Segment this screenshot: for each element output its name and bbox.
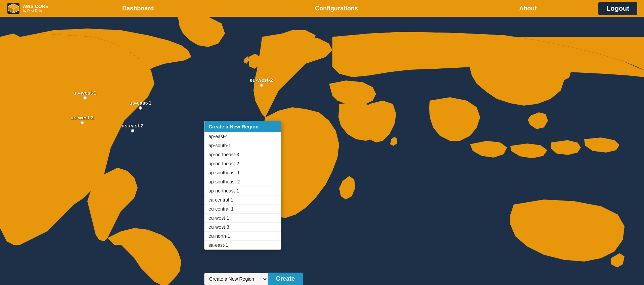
nav-links: Dashboard Configurations About — [60, 5, 598, 12]
logo-text: AWS CORE by Davi Reis — [23, 4, 48, 13]
dropdown-item[interactable]: eu-north-1 — [204, 232, 281, 241]
dropdown-item[interactable]: eu-central-1 — [204, 205, 281, 214]
aws-logo-icon — [7, 2, 20, 14]
dropdown-item[interactable]: ca-central-1 — [204, 195, 281, 205]
region-label-us-east-2: us-east-2 — [122, 123, 144, 128]
region-label-us-west-2: us-west-2 — [71, 115, 94, 120]
dropdown-item[interactable]: ap-south-1 — [204, 141, 281, 150]
region-marker-us-west-2: us-west-2 — [71, 115, 94, 124]
region-label-us-east-1: us-east-1 — [129, 100, 151, 106]
region-dot-us-east-2 — [131, 129, 134, 132]
dropdown-item[interactable]: ap-southeast-1 — [204, 168, 281, 177]
world-map — [0, 17, 644, 285]
logo-subtitle: by Davi Reis — [23, 9, 48, 13]
region-marker-us-east-2: us-east-2 — [122, 123, 144, 132]
navbar: AWS CORE by Davi Reis Dashboard Configur… — [0, 0, 644, 17]
dropdown-item[interactable]: eu-west-1 — [204, 214, 281, 223]
nav-configurations[interactable]: Configurations — [315, 5, 358, 12]
region-marker-eu-west-2: eu-west-2 — [250, 77, 273, 87]
dropdown-items: ap-east-1ap-south-1ap-northeast-3ap-nort… — [204, 132, 281, 249]
region-dot-us-east-1 — [139, 106, 142, 110]
dropdown-item[interactable]: eu-west-3 — [204, 223, 281, 232]
region-label-us-west-1: us-west-1 — [73, 90, 96, 96]
region-dot-eu-west-2 — [260, 83, 263, 87]
dropdown-item[interactable]: ap-northeast-2 — [204, 159, 281, 168]
region-dot-us-west-2 — [81, 121, 84, 124]
dropdown-item[interactable]: ap-east-1 — [204, 132, 281, 141]
region-select[interactable]: Create a New Regionap-east-1ap-south-1ap… — [204, 273, 268, 285]
nav-about[interactable]: About — [519, 5, 537, 12]
dropdown-item[interactable]: ap-northeast-3 — [204, 150, 281, 159]
bottom-bar: Create a New Regionap-east-1ap-south-1ap… — [204, 273, 303, 285]
region-marker-us-west-1: us-west-1 — [73, 90, 96, 100]
region-dot-us-west-1 — [83, 96, 87, 100]
map-container: us-west-1 us-east-1 us-west-2 us-east-2 … — [0, 17, 644, 285]
logo-title: AWS CORE — [23, 4, 48, 9]
nav-dashboard[interactable]: Dashboard — [122, 5, 154, 12]
dropdown-item[interactable]: ap-southeast-2 — [204, 177, 281, 186]
dropdown-panel: Create a New Region ap-east-1ap-south-1a… — [204, 121, 281, 250]
region-marker-us-east-1: us-east-1 — [129, 100, 151, 110]
logout-button[interactable]: Logout — [598, 2, 637, 15]
logo-area: AWS CORE by Davi Reis — [7, 2, 60, 14]
create-button[interactable]: Create — [268, 273, 303, 285]
dropdown-header[interactable]: Create a New Region — [204, 121, 281, 132]
region-label-eu-west-2: eu-west-2 — [250, 77, 273, 83]
dropdown-item[interactable]: sa-east-1 — [204, 241, 281, 249]
dropdown-item[interactable]: ap-northeast-1 — [204, 186, 281, 195]
